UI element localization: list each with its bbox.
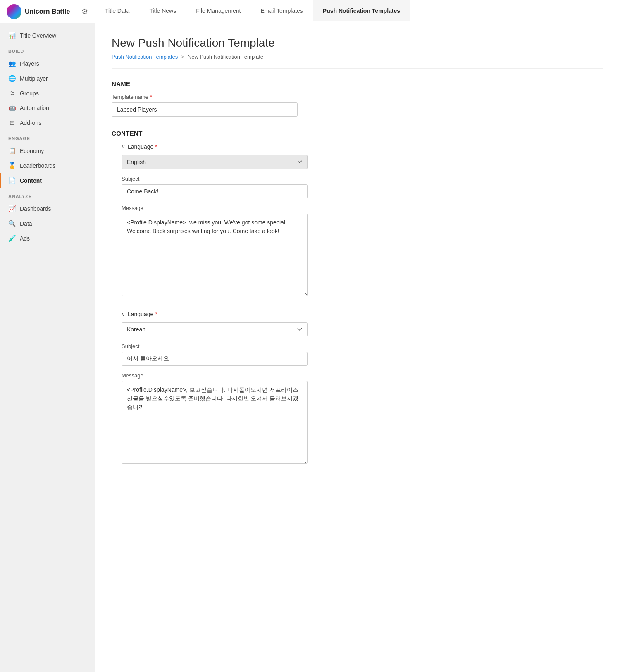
sidebar-item-label: Title Overview xyxy=(20,32,56,39)
tab-title-data[interactable]: Title Data xyxy=(95,0,139,23)
breadcrumb: Push Notification Templates > New Push N… xyxy=(112,54,603,69)
sidebar-item-dashboards[interactable]: 📈 Dashboards xyxy=(0,201,95,216)
sidebar-item-label: Groups xyxy=(20,90,39,97)
main-layout: 📊 Title Overview BUILD 👥 Players 🌐 Multi… xyxy=(0,23,620,672)
gear-icon[interactable]: ⚙ xyxy=(81,7,88,16)
ads-icon: 🧪 xyxy=(8,235,16,242)
content-icon: 📄 xyxy=(8,177,16,184)
bar-chart-icon: 📊 xyxy=(8,32,16,39)
sidebar-item-label: Content xyxy=(20,177,42,184)
korean-language-select[interactable]: English Korean Spanish French xyxy=(122,322,308,336)
sidebar-item-groups[interactable]: 🗂 Groups xyxy=(0,86,95,100)
language-header-english[interactable]: ∨ Language* xyxy=(122,143,603,150)
economy-icon: 📋 xyxy=(8,147,16,155)
tab-email-templates[interactable]: Email Templates xyxy=(250,0,312,23)
page-title: New Push Notification Template xyxy=(112,36,603,50)
players-icon: 👥 xyxy=(8,60,16,67)
english-subject-label: Subject xyxy=(122,176,603,182)
groups-icon: 🗂 xyxy=(8,90,16,97)
tab-title-news[interactable]: Title News xyxy=(139,0,186,23)
app-logo: Unicorn Battle ⚙ xyxy=(0,0,95,23)
content-section-title: CONTENT xyxy=(112,130,603,137)
template-name-input[interactable] xyxy=(112,102,298,117)
sidebar-item-players[interactable]: 👥 Players xyxy=(0,56,95,71)
english-subject-group: Subject xyxy=(122,176,603,198)
sidebar-item-data[interactable]: 🔍 Data xyxy=(0,216,95,231)
top-bar: Unicorn Battle ⚙ Title Data Title News F… xyxy=(0,0,620,23)
leaderboards-icon: 🏅 xyxy=(8,162,16,169)
sidebar-item-label: Dashboards xyxy=(20,205,51,212)
build-section-label: BUILD xyxy=(0,43,95,56)
language-block-korean: ∨ Language* English Korean Spanish Frenc… xyxy=(112,311,603,465)
breadcrumb-separator: > xyxy=(181,54,184,60)
sidebar-item-label: Ads xyxy=(20,235,30,242)
sidebar-item-leaderboards[interactable]: 🏅 Leaderboards xyxy=(0,158,95,173)
sidebar-item-label: Economy xyxy=(20,148,44,154)
analyze-section-label: ANALYZE xyxy=(0,188,95,201)
sidebar-item-automation[interactable]: 🤖 Automation xyxy=(0,100,95,115)
english-message-input[interactable]: <Profile.<u>DisplayName</u>>, we miss yo… xyxy=(122,214,308,296)
korean-message-group: Message <Profile.DisplayName>, 보고싶습니다. 다… xyxy=(122,372,603,465)
chevron-down-icon-korean: ∨ xyxy=(122,311,125,317)
english-message-group: Message <Profile.<u>DisplayName</u>>, we… xyxy=(122,205,603,298)
sidebar-item-ads[interactable]: 🧪 Ads xyxy=(0,231,95,246)
chevron-down-icon: ∨ xyxy=(122,144,125,150)
language-block-english: ∨ Language* English Korean Spanish Frenc… xyxy=(112,143,603,298)
sidebar-item-label: Players xyxy=(20,60,39,67)
tab-file-management[interactable]: File Management xyxy=(186,0,250,23)
sidebar-item-label: Add-ons xyxy=(20,119,41,126)
sidebar-item-content[interactable]: 📄 Content xyxy=(0,173,95,188)
content-section: CONTENT ∨ Language* English Korean Spani… xyxy=(112,130,603,465)
sidebar-item-multiplayer[interactable]: 🌐 Multiplayer xyxy=(0,71,95,86)
sidebar-item-label: Multiplayer xyxy=(20,75,48,82)
language-header-label-english: Language* xyxy=(128,143,157,150)
tab-push-notifications[interactable]: Push Notification Templates xyxy=(313,0,410,23)
content-area: New Push Notification Template Push Noti… xyxy=(95,23,620,672)
sidebar-item-label: Leaderboards xyxy=(20,162,55,169)
korean-message-label: Message xyxy=(122,372,603,379)
korean-subject-group: Subject xyxy=(122,343,603,366)
breadcrumb-current: New Push Notification Template xyxy=(188,54,263,60)
addons-icon: ⊞ xyxy=(8,119,16,126)
korean-message-input[interactable]: <Profile.DisplayName>, 보고싶습니다. 다시돌아오시면 서… xyxy=(122,381,308,464)
name-section-title: NAME xyxy=(112,80,603,87)
name-section: NAME Template name* xyxy=(112,80,603,117)
sidebar-item-economy[interactable]: 📋 Economy xyxy=(0,143,95,158)
sidebar-item-label: Automation xyxy=(20,105,49,111)
data-icon: 🔍 xyxy=(8,220,16,227)
sidebar: 📊 Title Overview BUILD 👥 Players 🌐 Multi… xyxy=(0,23,95,672)
language-header-korean[interactable]: ∨ Language* xyxy=(122,311,603,317)
sidebar-item-addons[interactable]: ⊞ Add-ons xyxy=(0,115,95,130)
app-name: Unicorn Battle xyxy=(25,8,70,15)
english-subject-input[interactable] xyxy=(122,184,308,198)
breadcrumb-link[interactable]: Push Notification Templates xyxy=(112,54,178,60)
required-star: * xyxy=(150,94,152,100)
multiplayer-icon: 🌐 xyxy=(8,75,16,82)
english-language-select-group: English Korean Spanish French xyxy=(122,155,603,169)
app-logo-icon xyxy=(7,4,21,19)
engage-section-label: ENGAGE xyxy=(0,130,95,143)
sidebar-item-title-overview[interactable]: 📊 Title Overview xyxy=(0,28,95,43)
korean-subject-input[interactable] xyxy=(122,352,308,366)
english-language-select[interactable]: English Korean Spanish French xyxy=(122,155,308,169)
sidebar-item-label: Data xyxy=(20,220,32,227)
template-name-field-group: Template name* xyxy=(112,94,603,117)
automation-icon: 🤖 xyxy=(8,104,16,112)
korean-subject-label: Subject xyxy=(122,343,603,349)
korean-language-select-group: English Korean Spanish French xyxy=(122,322,603,336)
english-message-label: Message xyxy=(122,205,603,211)
language-header-label-korean: Language* xyxy=(128,311,157,317)
dashboards-icon: 📈 xyxy=(8,205,16,212)
template-name-label: Template name* xyxy=(112,94,603,100)
top-nav: Title Data Title News File Management Em… xyxy=(95,0,620,23)
